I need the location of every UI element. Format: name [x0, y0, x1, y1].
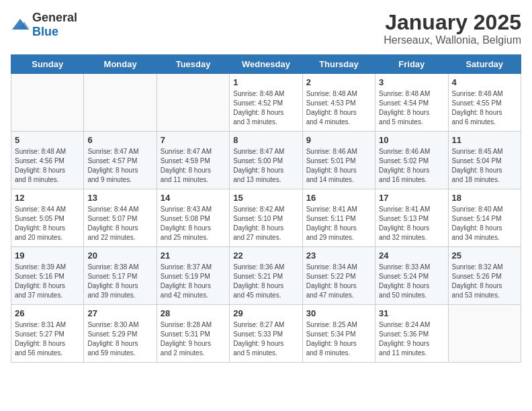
calendar-cell: 31Sunrise: 8:24 AM Sunset: 5:36 PM Dayli… — [375, 305, 448, 363]
day-info: Sunrise: 8:33 AM Sunset: 5:24 PM Dayligh… — [379, 263, 444, 300]
day-info: Sunrise: 8:47 AM Sunset: 4:57 PM Dayligh… — [87, 147, 152, 185]
day-number: 28 — [161, 308, 226, 318]
day-info: Sunrise: 8:32 AM Sunset: 5:26 PM Dayligh… — [452, 263, 517, 300]
day-number: 11 — [452, 135, 517, 145]
day-number: 22 — [233, 250, 298, 261]
day-info: Sunrise: 8:25 AM Sunset: 5:34 PM Dayligh… — [306, 320, 371, 358]
day-number: 21 — [161, 250, 226, 261]
calendar-cell: 4Sunrise: 8:48 AM Sunset: 4:55 PM Daylig… — [448, 74, 521, 132]
calendar-cell: 13Sunrise: 8:44 AM Sunset: 5:07 PM Dayli… — [84, 189, 157, 247]
calendar-cell: 23Sunrise: 8:34 AM Sunset: 5:22 PM Dayli… — [302, 247, 375, 305]
day-info: Sunrise: 8:48 AM Sunset: 4:52 PM Dayligh… — [233, 89, 298, 127]
day-number: 23 — [306, 250, 371, 261]
calendar-cell: 25Sunrise: 8:32 AM Sunset: 5:26 PM Dayli… — [448, 247, 521, 305]
day-info: Sunrise: 8:34 AM Sunset: 5:22 PM Dayligh… — [306, 263, 371, 300]
day-info: Sunrise: 8:38 AM Sunset: 5:17 PM Dayligh… — [87, 263, 152, 300]
calendar-title: January 2025 — [384, 11, 521, 34]
calendar-cell: 24Sunrise: 8:33 AM Sunset: 5:24 PM Dayli… — [375, 247, 448, 305]
calendar-cell: 28Sunrise: 8:28 AM Sunset: 5:31 PM Dayli… — [157, 305, 229, 363]
calendar-cell — [84, 74, 157, 132]
day-info: Sunrise: 8:42 AM Sunset: 5:10 PM Dayligh… — [233, 205, 298, 242]
day-number: 8 — [233, 135, 298, 145]
title-block: January 2025 Herseaux, Wallonia, Belgium — [384, 11, 521, 46]
day-info: Sunrise: 8:39 AM Sunset: 5:16 PM Dayligh… — [15, 263, 80, 300]
day-number: 9 — [306, 135, 371, 145]
day-info: Sunrise: 8:48 AM Sunset: 4:56 PM Dayligh… — [15, 147, 80, 185]
day-of-week-header: Tuesday — [157, 55, 229, 74]
day-info: Sunrise: 8:31 AM Sunset: 5:27 PM Dayligh… — [15, 320, 80, 358]
day-info: Sunrise: 8:28 AM Sunset: 5:31 PM Dayligh… — [161, 320, 226, 358]
logo-blue: Blue — [32, 25, 58, 38]
calendar-cell: 29Sunrise: 8:27 AM Sunset: 5:33 PM Dayli… — [230, 305, 302, 363]
logo-general: General — [32, 11, 77, 24]
day-info: Sunrise: 8:27 AM Sunset: 5:33 PM Dayligh… — [233, 320, 298, 358]
logo-icon — [11, 17, 30, 32]
day-of-week-header: Thursday — [302, 55, 375, 74]
day-of-week-header: Monday — [84, 55, 157, 74]
day-number: 24 — [379, 250, 444, 261]
calendar-cell: 11Sunrise: 8:45 AM Sunset: 5:04 PM Dayli… — [448, 132, 521, 189]
day-number: 2 — [306, 77, 371, 87]
day-number: 20 — [87, 250, 152, 261]
day-number: 30 — [306, 308, 371, 318]
page-header: General Blue January 2025 Herseaux, Wall… — [11, 11, 521, 46]
day-number: 13 — [87, 193, 152, 203]
day-number: 7 — [161, 135, 226, 145]
day-number: 6 — [87, 135, 152, 145]
day-info: Sunrise: 8:41 AM Sunset: 5:13 PM Dayligh… — [379, 205, 444, 242]
day-number: 17 — [379, 193, 444, 203]
calendar-body: 1Sunrise: 8:48 AM Sunset: 4:52 PM Daylig… — [11, 74, 521, 363]
calendar-header: SundayMondayTuesdayWednesdayThursdayFrid… — [11, 55, 521, 74]
calendar-week-row: 1Sunrise: 8:48 AM Sunset: 4:52 PM Daylig… — [11, 74, 521, 132]
calendar-cell: 14Sunrise: 8:43 AM Sunset: 5:08 PM Dayli… — [157, 189, 229, 247]
calendar-cell: 30Sunrise: 8:25 AM Sunset: 5:34 PM Dayli… — [302, 305, 375, 363]
day-info: Sunrise: 8:46 AM Sunset: 5:01 PM Dayligh… — [306, 147, 371, 185]
calendar-cell: 10Sunrise: 8:46 AM Sunset: 5:02 PM Dayli… — [375, 132, 448, 189]
calendar-week-row: 19Sunrise: 8:39 AM Sunset: 5:16 PM Dayli… — [11, 247, 521, 305]
day-info: Sunrise: 8:48 AM Sunset: 4:55 PM Dayligh… — [452, 89, 517, 127]
day-number: 31 — [379, 308, 444, 318]
calendar-cell: 17Sunrise: 8:41 AM Sunset: 5:13 PM Dayli… — [375, 189, 448, 247]
calendar-subtitle: Herseaux, Wallonia, Belgium — [384, 34, 521, 46]
day-info: Sunrise: 8:30 AM Sunset: 5:29 PM Dayligh… — [87, 320, 152, 358]
calendar-cell — [11, 74, 84, 132]
calendar-cell: 21Sunrise: 8:37 AM Sunset: 5:19 PM Dayli… — [157, 247, 229, 305]
day-of-week-header: Sunday — [11, 55, 84, 74]
calendar-cell: 9Sunrise: 8:46 AM Sunset: 5:01 PM Daylig… — [302, 132, 375, 189]
calendar-cell: 22Sunrise: 8:36 AM Sunset: 5:21 PM Dayli… — [230, 247, 302, 305]
calendar-cell: 7Sunrise: 8:47 AM Sunset: 4:59 PM Daylig… — [157, 132, 229, 189]
calendar-cell: 18Sunrise: 8:40 AM Sunset: 5:14 PM Dayli… — [448, 189, 521, 247]
day-info: Sunrise: 8:47 AM Sunset: 4:59 PM Dayligh… — [161, 147, 226, 185]
day-number: 10 — [379, 135, 444, 145]
calendar-cell: 16Sunrise: 8:41 AM Sunset: 5:11 PM Dayli… — [302, 189, 375, 247]
calendar-cell — [448, 305, 521, 363]
day-info: Sunrise: 8:44 AM Sunset: 5:05 PM Dayligh… — [15, 205, 80, 242]
day-of-week-header: Saturday — [448, 55, 521, 74]
day-of-week-header: Wednesday — [230, 55, 302, 74]
day-info: Sunrise: 8:36 AM Sunset: 5:21 PM Dayligh… — [233, 263, 298, 300]
logo: General Blue — [11, 11, 77, 39]
day-info: Sunrise: 8:43 AM Sunset: 5:08 PM Dayligh… — [161, 205, 226, 242]
day-number: 16 — [306, 193, 371, 203]
day-info: Sunrise: 8:37 AM Sunset: 5:19 PM Dayligh… — [161, 263, 226, 300]
calendar-cell: 20Sunrise: 8:38 AM Sunset: 5:17 PM Dayli… — [84, 247, 157, 305]
day-info: Sunrise: 8:48 AM Sunset: 4:53 PM Dayligh… — [306, 89, 371, 127]
calendar-cell: 26Sunrise: 8:31 AM Sunset: 5:27 PM Dayli… — [11, 305, 84, 363]
day-info: Sunrise: 8:47 AM Sunset: 5:00 PM Dayligh… — [233, 147, 298, 185]
day-number: 18 — [452, 193, 517, 203]
day-number: 19 — [15, 250, 80, 261]
calendar-cell — [157, 74, 229, 132]
day-number: 4 — [452, 77, 517, 87]
day-number: 26 — [15, 308, 80, 318]
day-info: Sunrise: 8:46 AM Sunset: 5:02 PM Dayligh… — [379, 147, 444, 185]
day-number: 27 — [87, 308, 152, 318]
day-number: 14 — [161, 193, 226, 203]
day-number: 15 — [233, 193, 298, 203]
calendar-cell: 6Sunrise: 8:47 AM Sunset: 4:57 PM Daylig… — [84, 132, 157, 189]
day-of-week-header: Friday — [375, 55, 448, 74]
day-info: Sunrise: 8:48 AM Sunset: 4:54 PM Dayligh… — [379, 89, 444, 127]
day-number: 5 — [15, 135, 80, 145]
day-number: 29 — [233, 308, 298, 318]
day-info: Sunrise: 8:24 AM Sunset: 5:36 PM Dayligh… — [379, 320, 444, 358]
calendar-cell: 5Sunrise: 8:48 AM Sunset: 4:56 PM Daylig… — [11, 132, 84, 189]
